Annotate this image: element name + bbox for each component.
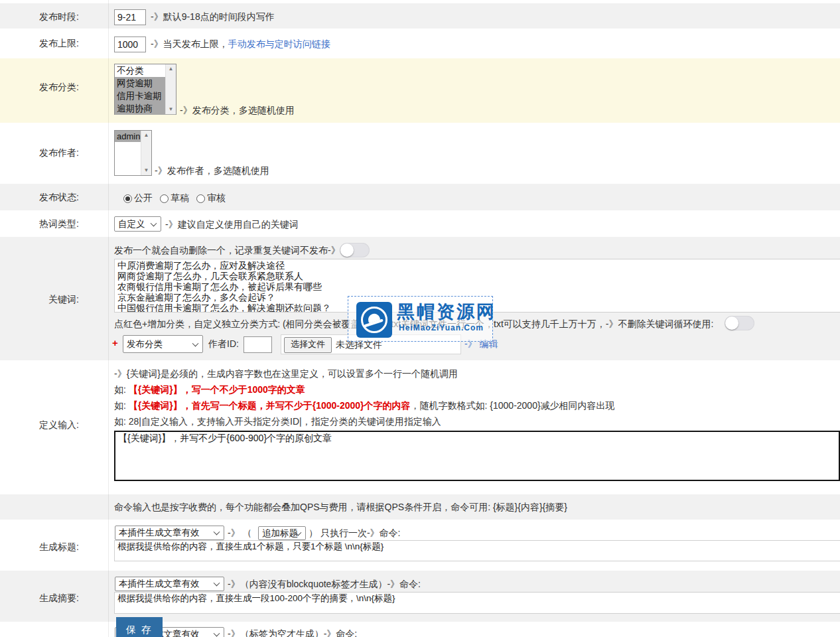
define-input-label: 定义输入: <box>0 419 79 431</box>
gen-title-mid-text: -》 （ <box>228 528 252 539</box>
label-column-divider <box>108 0 109 637</box>
radio-unchecked-icon <box>196 194 205 203</box>
author-id-label: 作者ID: <box>208 338 239 350</box>
publish-category-select[interactable]: 不分类 网贷逾期 信用卡逾期 逾期协商 ▲ ▼ <box>114 64 176 115</box>
define-input-line1: -》{关键词}是必须的，生成内容字数也在这里定义，可以设置多个一行一个随机调用 <box>114 368 458 380</box>
keywords-label: 关键词: <box>0 294 79 306</box>
plugin-settings-page: 发布时段: 发布上限: 发布分类: 发布作者: 发布状态: 热词类型: 关键词:… <box>0 0 840 637</box>
gen-title-mode-value: 本插件生成文章有效 <box>119 527 200 539</box>
define-input-line3: 如: 【{关键词}】，首先写一个标题，并写不少于{1000-2000}个字的内容… <box>114 400 615 412</box>
watermark-box: 黑帽资源网 HeiMaoZiYuan.Com <box>348 296 493 342</box>
define-input-textarea[interactable]: 【{关键词}】，并写不少于{600-900}个字的原创文章 <box>114 431 840 481</box>
watermark-domain: HeiMaoZiYuan.Com <box>399 323 484 332</box>
hotword-type-label: 热词类型: <box>0 218 79 230</box>
dedupe-toggle[interactable] <box>340 243 370 257</box>
hotword-type-dropdown[interactable]: 自定义 <box>114 216 161 232</box>
hotword-type-value: 自定义 <box>118 218 145 230</box>
chevron-down-icon <box>214 630 220 637</box>
keyword-loop-toggle[interactable] <box>725 316 754 330</box>
gen-summary-note: -》（内容没有blockquote标签才生成）-》命令: <box>228 579 421 591</box>
publish-limit-input[interactable] <box>114 36 146 52</box>
watermark-logo <box>356 302 392 338</box>
gen-title-mode-dropdown[interactable]: 本插件生成文章有效 <box>115 526 224 540</box>
publish-limit-label: 发布上限: <box>0 38 79 50</box>
publish-author-select[interactable]: admin ▲ ▼ <box>114 130 152 176</box>
scroll-down-icon[interactable]: ▼ <box>166 105 176 114</box>
radio-draft[interactable]: 草稿 <box>160 192 189 204</box>
keyword-category-value: 发布分类 <box>127 338 163 350</box>
radio-label: 审核 <box>207 192 226 204</box>
radio-label: 草稿 <box>171 192 189 204</box>
chevron-down-icon <box>192 340 199 346</box>
example-red-text: 【{关键词}】，首先写一个标题，并写不少于{1000-2000}个字的内容 <box>129 400 411 411</box>
publish-author-label: 发布作者: <box>0 147 79 159</box>
publish-time-note: -》默认9-18点的时间段内写作 <box>151 11 275 23</box>
publish-time-label: 发布时段: <box>0 11 79 23</box>
radio-unchecked-icon <box>160 194 169 203</box>
keyword-category-dropdown[interactable]: 发布分类 <box>123 335 203 353</box>
title-append-dropdown[interactable]: 追加标题 <box>258 526 306 540</box>
title-append-value: 追加标题 <box>262 528 298 539</box>
radio-review[interactable]: 审核 <box>196 192 226 204</box>
scroll-up-icon[interactable]: ▲ <box>166 64 176 74</box>
hat-icon <box>361 307 387 333</box>
gen-summary-mode-value: 本插件生成文章有效 <box>119 578 200 590</box>
scroll-down-icon[interactable]: ▼ <box>141 166 151 175</box>
publish-limit-note: -》当天发布上限，手动发布与定时访问链接 <box>151 38 330 50</box>
hotword-type-note: -》建议自定义使用自己的关键词 <box>165 219 299 231</box>
author-select-scrollbar[interactable]: ▲ ▼ <box>141 131 151 175</box>
example-red-text: 【{关键词}】，写一个不少于1000字的文章 <box>129 384 305 395</box>
radio-public[interactable]: 公开 <box>123 192 153 204</box>
category-select-scrollbar[interactable]: ▲ ▼ <box>165 64 176 114</box>
publish-limit-note-text: -》当天发布上限， <box>151 38 228 49</box>
save-button[interactable]: 保 存 <box>116 617 163 637</box>
define-input-line2: 如: 【{关键词}】，写一个不少于1000字的文章 <box>114 384 305 396</box>
publish-status-group: 公开 草稿 审核 <box>123 192 233 204</box>
manual-publish-link[interactable]: 手动发布与定时访问链接 <box>228 38 330 49</box>
radio-checked-icon <box>123 194 132 203</box>
publish-category-note: -》发布分类，多选随机使用 <box>180 105 295 117</box>
radio-label: 公开 <box>134 192 153 204</box>
publish-time-input[interactable] <box>114 9 146 25</box>
chevron-down-icon <box>214 529 220 535</box>
command-fee-note: 命令输入也是按字收费的，每个功能都会叠加QPS与费用，请根据QPS条件开启，命令… <box>114 502 567 514</box>
gen-tag-note: -》（标签为空才生成）-》命令: <box>228 628 357 637</box>
gen-summary-command-textarea[interactable]: 根据我提供给你的内容，直接生成一段100-200个字的摘要，\n\n{标题} <box>114 592 840 614</box>
keywords-autodelete-note: 发布一个就会自动删除一个，记录重复关键词不发布-》 <box>114 245 340 257</box>
example-rest-text: ，随机字数格式如: {1000-2000}减少相同内容出现 <box>411 400 615 411</box>
gen-summary-label: 生成摘要: <box>0 593 79 604</box>
gen-title-note: ） 只执行一次-》命令: <box>309 528 400 539</box>
example-prefix: 如: <box>114 400 129 411</box>
chevron-down-icon <box>214 580 220 587</box>
watermark-title: 黑帽资源网 <box>397 300 496 324</box>
publish-category-label: 发布分类: <box>0 82 79 94</box>
publish-status-label: 发布状态: <box>0 192 79 204</box>
gen-title-label: 生成标题: <box>0 541 79 553</box>
gen-title-command-textarea[interactable]: 根据我提供给你的内容，直接生成1个标题，只要1个标题 \n\n{标题} <box>114 540 840 561</box>
define-input-line4: 如: 28|自定义输入，支持输入开头指定分类ID|，指定分类的关键词使用指定输入 <box>114 416 441 428</box>
chevron-down-icon <box>151 220 157 226</box>
example-prefix: 如: <box>114 384 129 395</box>
author-id-input[interactable] <box>244 336 272 353</box>
scroll-up-icon[interactable]: ▲ <box>141 131 151 140</box>
gen-summary-mode-dropdown[interactable]: 本插件生成文章有效 <box>115 577 224 591</box>
add-category-button[interactable]: + <box>112 337 118 348</box>
choose-file-button[interactable]: 选择文件 <box>284 337 332 353</box>
publish-author-note: -》发布作者，多选随机使用 <box>155 165 269 177</box>
